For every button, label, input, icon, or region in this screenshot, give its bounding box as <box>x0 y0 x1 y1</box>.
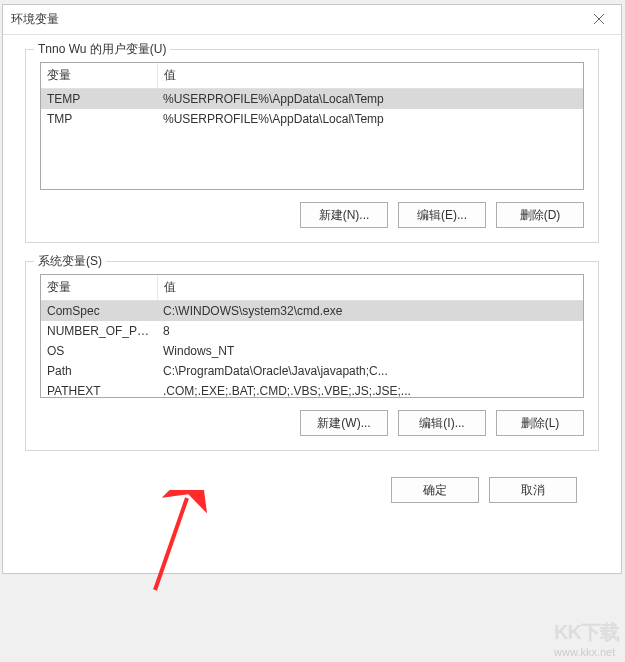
user-vars-group-title: Tnno Wu 的用户变量(U) <box>34 41 170 58</box>
close-icon <box>594 13 604 27</box>
watermark-brand: KK下载 <box>554 619 619 646</box>
column-header-var[interactable]: 变量 <box>41 275 157 301</box>
env-vars-dialog: 环境变量 Tnno Wu 的用户变量(U) 变量 值 TEMP%USERPROF… <box>2 4 622 574</box>
table-row[interactable]: TMP%USERPROFILE%\AppData\Local\Temp <box>41 109 583 129</box>
user-vars-group: Tnno Wu 的用户变量(U) 变量 值 TEMP%USERPROFILE%\… <box>25 49 599 243</box>
dialog-title: 环境变量 <box>11 11 585 28</box>
user-vars-button-row: 新建(N)... 编辑(E)... 删除(D) <box>40 202 584 228</box>
user-delete-button[interactable]: 删除(D) <box>496 202 584 228</box>
table-row[interactable]: PATHEXT.COM;.EXE;.BAT;.CMD;.VBS;.VBE;.JS… <box>41 381 583 398</box>
user-edit-button[interactable]: 编辑(E)... <box>398 202 486 228</box>
table-row[interactable]: ComSpecC:\WINDOWS\system32\cmd.exe <box>41 301 583 322</box>
close-button[interactable] <box>585 9 613 31</box>
cell-val: 8 <box>157 321 583 341</box>
watermark: KK下载 www.kkx.net <box>554 619 619 658</box>
table-row[interactable]: TEMP%USERPROFILE%\AppData\Local\Temp <box>41 89 583 110</box>
dialog-footer: 确定 取消 <box>25 469 599 503</box>
system-delete-button[interactable]: 删除(L) <box>496 410 584 436</box>
system-edit-button[interactable]: 编辑(I)... <box>398 410 486 436</box>
cell-var: TMP <box>41 109 157 129</box>
dialog-content: Tnno Wu 的用户变量(U) 变量 值 TEMP%USERPROFILE%\… <box>3 35 621 515</box>
cell-val: C:\ProgramData\Oracle\Java\javapath;C... <box>157 361 583 381</box>
column-header-var[interactable]: 变量 <box>41 63 157 89</box>
cell-val: C:\WINDOWS\system32\cmd.exe <box>157 301 583 322</box>
system-vars-group-title: 系统变量(S) <box>34 253 106 270</box>
cell-var: OS <box>41 341 157 361</box>
system-vars-button-row: 新建(W)... 编辑(I)... 删除(L) <box>40 410 584 436</box>
user-vars-table-wrap[interactable]: 变量 值 TEMP%USERPROFILE%\AppData\Local\Tem… <box>40 62 584 190</box>
cell-val: Windows_NT <box>157 341 583 361</box>
user-new-button[interactable]: 新建(N)... <box>300 202 388 228</box>
table-row[interactable]: NUMBER_OF_PR...8 <box>41 321 583 341</box>
table-row[interactable]: PathC:\ProgramData\Oracle\Java\javapath;… <box>41 361 583 381</box>
titlebar: 环境变量 <box>3 5 621 35</box>
cell-val: .COM;.EXE;.BAT;.CMD;.VBS;.VBE;.JS;.JSE;.… <box>157 381 583 398</box>
cell-val: %USERPROFILE%\AppData\Local\Temp <box>157 89 583 110</box>
ok-button[interactable]: 确定 <box>391 477 479 503</box>
column-header-val[interactable]: 值 <box>157 275 583 301</box>
column-header-val[interactable]: 值 <box>157 63 583 89</box>
watermark-url: www.kkx.net <box>554 646 619 658</box>
system-vars-table-wrap[interactable]: 变量 值 ComSpecC:\WINDOWS\system32\cmd.exeN… <box>40 274 584 398</box>
system-new-button[interactable]: 新建(W)... <box>300 410 388 436</box>
cell-var: TEMP <box>41 89 157 110</box>
system-vars-table: 变量 值 ComSpecC:\WINDOWS\system32\cmd.exeN… <box>41 275 583 398</box>
table-row[interactable]: OSWindows_NT <box>41 341 583 361</box>
cell-var: Path <box>41 361 157 381</box>
user-vars-table: 变量 值 TEMP%USERPROFILE%\AppData\Local\Tem… <box>41 63 583 129</box>
cell-var: PATHEXT <box>41 381 157 398</box>
system-vars-group: 系统变量(S) 变量 值 ComSpecC:\WINDOWS\system32\… <box>25 261 599 451</box>
cell-val: %USERPROFILE%\AppData\Local\Temp <box>157 109 583 129</box>
cancel-button[interactable]: 取消 <box>489 477 577 503</box>
cell-var: ComSpec <box>41 301 157 322</box>
cell-var: NUMBER_OF_PR... <box>41 321 157 341</box>
